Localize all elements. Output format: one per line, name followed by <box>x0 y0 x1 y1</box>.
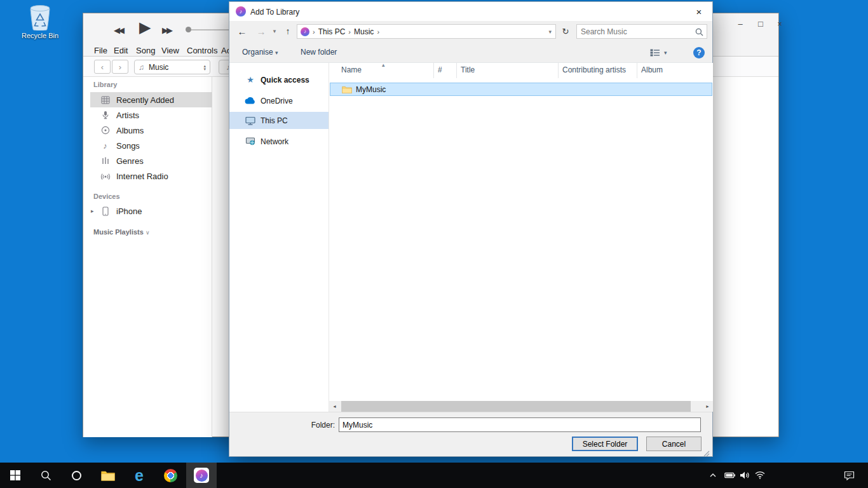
chrome-button[interactable] <box>155 463 186 488</box>
new-folder-button[interactable]: New folder <box>301 48 337 57</box>
nav-item-label: Network <box>261 137 288 146</box>
dropdown-icon: ▾ <box>275 50 278 56</box>
refresh-icon[interactable]: ↻ <box>559 24 573 39</box>
recycle-bin-icon <box>28 4 52 30</box>
sidebar-item-iphone[interactable]: ▸ iPhone <box>90 203 212 219</box>
play-icon[interactable]: ▶ <box>139 18 151 36</box>
library-header: Library <box>93 81 117 88</box>
spin-down-icon: ▾ <box>203 67 206 71</box>
chrome-icon <box>164 469 177 482</box>
column-header-contributing-artists[interactable]: Contributing artists <box>559 63 637 78</box>
wifi-icon[interactable] <box>752 463 768 488</box>
volume-slider[interactable] <box>188 29 230 30</box>
next-track-icon[interactable]: ▶▶ <box>162 25 171 35</box>
itunes-taskbar-button[interactable]: ♪ <box>186 463 217 488</box>
taskbar-search-button[interactable] <box>31 463 61 488</box>
menu-item-view[interactable]: View <box>161 46 179 55</box>
back-chevron-icon: ‹ <box>101 62 104 72</box>
speaker-icon[interactable] <box>737 463 752 488</box>
column-header-title[interactable]: Title <box>457 63 559 78</box>
menu-item-controls[interactable]: Controls <box>187 46 217 55</box>
back-button[interactable]: ← <box>234 24 250 39</box>
dialog-close-icon[interactable]: × <box>684 2 714 21</box>
beamed-note-icon: ♫ <box>139 63 144 72</box>
playlists-header: Music Playlists ∨ <box>93 228 150 236</box>
expander-icon[interactable]: ▸ <box>91 208 98 214</box>
view-options-dropdown-icon[interactable]: ▾ <box>664 50 667 56</box>
edge-button[interactable]: e <box>124 463 154 488</box>
search-box[interactable] <box>576 24 707 39</box>
menu-item-edit[interactable]: Edit <box>114 46 128 55</box>
close-icon[interactable]: × <box>772 17 787 30</box>
crumb-separator: › <box>313 28 315 36</box>
itunes-back-button[interactable]: ‹ <box>94 60 111 74</box>
up-button[interactable]: ↑ <box>280 24 295 39</box>
sort-ascending-icon: ▴ <box>382 62 385 68</box>
horizontal-scrollbar[interactable]: ◄ ► <box>329 401 713 412</box>
battery-icon[interactable] <box>722 463 737 488</box>
resize-grip[interactable] <box>702 448 710 459</box>
action-center-icon[interactable] <box>840 463 858 488</box>
cancel-button[interactable]: Cancel <box>646 437 702 451</box>
location-icon: ♪ <box>301 27 309 36</box>
sidebar-item-label: Genres <box>116 156 144 166</box>
itunes-forward-button[interactable]: › <box>112 60 128 74</box>
dialog-nav-pane: ★ Quick access OneDrive This PC Network <box>229 63 329 412</box>
section-chevron-icon[interactable]: ∨ <box>146 229 150 236</box>
nav-item-label: Quick access <box>261 76 309 85</box>
forward-chevron-icon: › <box>119 62 121 72</box>
menu-item-song[interactable]: Song <box>136 46 155 55</box>
start-button[interactable] <box>0 463 31 488</box>
volume-knob[interactable] <box>186 27 191 32</box>
tray-chevron-up-icon[interactable] <box>705 463 721 488</box>
scroll-right-icon[interactable]: ► <box>702 401 713 412</box>
microphone-icon <box>100 111 111 119</box>
file-explorer-button[interactable] <box>93 463 123 488</box>
sidebar-item-songs[interactable]: ♪ Songs <box>90 138 212 153</box>
recent-locations-dropdown-icon[interactable]: ▾ <box>270 24 279 39</box>
address-bar[interactable]: ♪ › This PC › Music › ▾ <box>297 24 556 39</box>
folder-name-input[interactable] <box>339 417 701 432</box>
nav-item-this-pc[interactable]: This PC <box>229 112 329 129</box>
view-options-icon[interactable] <box>650 48 660 60</box>
cortana-button[interactable] <box>61 463 92 488</box>
column-header-album[interactable]: Album <box>637 63 713 78</box>
forward-button[interactable]: → <box>254 24 269 39</box>
sidebar-item-artists[interactable]: Artists <box>90 107 212 123</box>
desktop: Recycle Bin ◀◀ ▶ ▶▶ File Edit Song View … <box>0 0 868 488</box>
address-dropdown-icon[interactable]: ▾ <box>548 29 555 35</box>
sidebar-item-recently-added[interactable]: Recently Added <box>90 92 212 107</box>
sidebar-item-albums[interactable]: Albums <box>90 123 212 138</box>
recycle-bin-label: Recycle Bin <box>22 32 58 39</box>
sidebar-item-label: Albums <box>116 126 144 135</box>
search-input[interactable] <box>577 25 707 38</box>
menu-item-file[interactable]: File <box>94 46 107 55</box>
nav-item-quick-access[interactable]: ★ Quick access <box>229 71 329 88</box>
file-row-mymusic[interactable]: MyMusic <box>330 83 712 96</box>
dialog-footer: Folder: Select Folder Cancel <box>229 412 712 456</box>
media-kind-select[interactable]: ♫ Music ▴ ▾ <box>134 60 210 74</box>
record-icon <box>100 126 111 135</box>
breadcrumb-music[interactable]: Music <box>354 27 374 36</box>
dialog-title: Add To Library <box>250 8 299 17</box>
nav-item-network[interactable]: Network <box>229 133 329 150</box>
breadcrumb-this-pc[interactable]: This PC <box>318 27 346 36</box>
column-header-number[interactable]: # <box>434 63 457 78</box>
scrollbar-thumb[interactable] <box>341 401 691 412</box>
organise-button[interactable]: Organise ▾ <box>242 48 278 57</box>
nav-item-onedrive[interactable]: OneDrive <box>229 92 329 109</box>
recycle-bin[interactable]: Recycle Bin <box>18 4 62 39</box>
previous-track-icon[interactable]: ◀◀ <box>114 25 123 35</box>
file-list-area <box>329 63 713 412</box>
minimize-icon[interactable]: – <box>733 17 748 30</box>
sidebar-item-label: Internet Radio <box>116 172 168 181</box>
select-folder-button[interactable]: Select Folder <box>572 437 638 451</box>
help-button[interactable]: ? <box>693 47 705 58</box>
maximize-icon[interactable]: □ <box>753 17 768 30</box>
devices-header: Devices <box>93 193 120 200</box>
crumb-separator: › <box>348 28 351 36</box>
sidebar-item-internet-radio[interactable]: Internet Radio <box>90 168 212 184</box>
scroll-left-icon[interactable]: ◄ <box>329 401 340 412</box>
sidebar-item-genres[interactable]: Genres <box>90 153 212 168</box>
column-header-name[interactable]: Name <box>337 63 434 78</box>
